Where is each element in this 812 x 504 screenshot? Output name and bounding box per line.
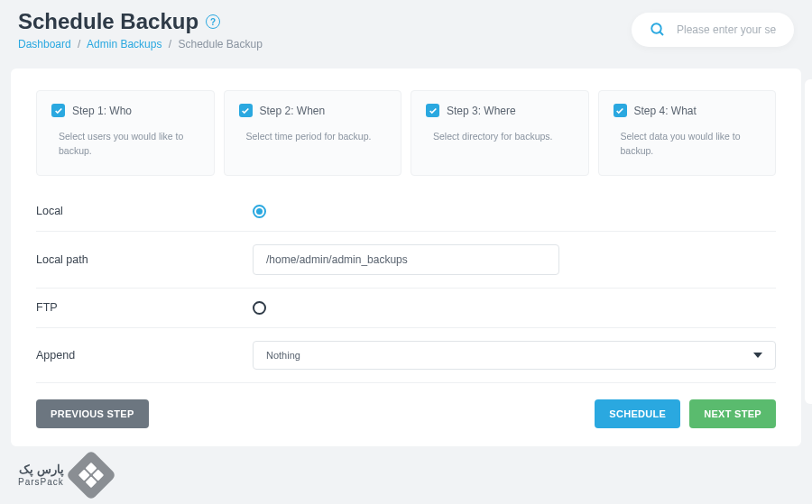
- breadcrumb: Dashboard / Admin Backups / Schedule Bac…: [18, 38, 632, 50]
- next-step-button[interactable]: NEXT STEP: [689, 399, 776, 428]
- radio-ftp[interactable]: [253, 301, 266, 315]
- step-desc: Select users you would like to backup.: [51, 130, 199, 159]
- check-icon: [426, 104, 439, 117]
- row-ftp: FTP: [36, 289, 776, 328]
- steps-row: Step 1: Who Select users you would like …: [36, 90, 776, 176]
- label-ftp: FTP: [36, 301, 253, 314]
- input-local-path[interactable]: [253, 244, 559, 275]
- step-title: Step 3: Where: [447, 105, 516, 117]
- select-append[interactable]: Nothing: [253, 341, 776, 370]
- step-where[interactable]: Step 3: Where Select directory for backu…: [411, 90, 589, 176]
- step-desc: Select time period for backup.: [239, 130, 387, 144]
- brand-footer: پارس پک ParsPack: [18, 457, 109, 493]
- step-when[interactable]: Step 2: When Select time period for back…: [224, 90, 402, 176]
- main-card: Step 1: Who Select users you would like …: [11, 69, 801, 446]
- row-local-path: Local path: [36, 232, 776, 289]
- svg-point-0: [651, 23, 661, 33]
- step-title: Step 4: What: [634, 105, 697, 117]
- svg-line-1: [660, 32, 663, 35]
- row-append: Append Nothing: [36, 328, 776, 383]
- label-append: Append: [36, 349, 253, 362]
- step-desc: Select directory for backups.: [426, 130, 574, 144]
- brand-logo-icon: [66, 450, 117, 501]
- check-icon: [51, 104, 65, 117]
- search-input[interactable]: [677, 23, 776, 36]
- side-panel-edge: [805, 79, 812, 404]
- check-icon: [614, 104, 627, 117]
- breadcrumb-admin-backups[interactable]: Admin Backups: [87, 38, 161, 50]
- search-box[interactable]: [632, 13, 794, 47]
- page-title: Schedule Backup: [18, 9, 198, 34]
- previous-step-button[interactable]: PREVIOUS STEP: [36, 399, 149, 428]
- breadcrumb-dashboard[interactable]: Dashboard: [18, 38, 71, 50]
- brand-name-fa: پارس پک: [18, 463, 64, 477]
- step-title: Step 2: When: [260, 105, 326, 117]
- step-who[interactable]: Step 1: Who Select users you would like …: [36, 90, 215, 176]
- help-icon[interactable]: ?: [206, 14, 220, 29]
- row-local: Local: [36, 192, 776, 232]
- schedule-button[interactable]: SCHEDULE: [595, 399, 680, 428]
- page-header: Schedule Backup ? Dashboard / Admin Back…: [0, 0, 812, 58]
- brand-name-en: ParsPack: [18, 477, 64, 488]
- search-icon: [650, 22, 666, 38]
- label-local: Local: [36, 205, 253, 217]
- step-desc: Select data you would like to backup.: [614, 130, 761, 159]
- breadcrumb-current: Schedule Backup: [178, 38, 262, 50]
- label-local-path: Local path: [36, 253, 253, 266]
- step-what[interactable]: Step 4: What Select data you would like …: [598, 90, 777, 176]
- chevron-down-icon: [753, 353, 762, 358]
- radio-local[interactable]: [253, 205, 266, 218]
- select-append-value: Nothing: [266, 350, 300, 361]
- actions-row: PREVIOUS STEP SCHEDULE NEXT STEP: [36, 399, 776, 428]
- check-icon: [239, 104, 253, 117]
- step-title: Step 1: Who: [72, 105, 132, 117]
